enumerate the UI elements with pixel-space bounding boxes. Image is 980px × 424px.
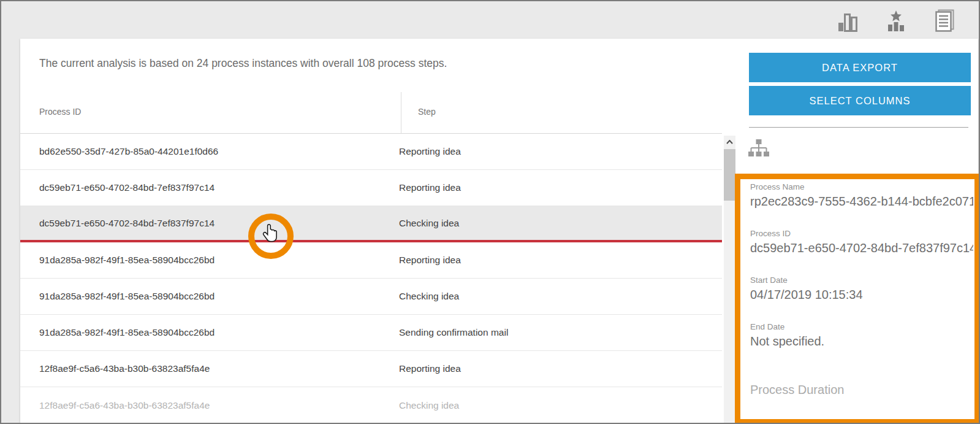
start-date-value: 04/17/2019 10:15:34 (750, 288, 973, 302)
detail-process-name: Process Name rp2ec283c9-7555-4362-b144-b… (750, 182, 973, 209)
table-row[interactable]: 12f8ae9f-c5a6-43ba-b30b-63823af5fa4e Che… (20, 387, 722, 423)
process-steps-table: bd62e550-35d7-427b-85a0-44201e1f0d66 Rep… (20, 134, 722, 424)
toolbar (835, 7, 957, 34)
step-cell: Checking idea (380, 291, 459, 302)
app-window: The current analysis is based on 24 proc… (0, 0, 980, 424)
process-id-cell: 12f8ae9f-c5a6-43ba-b30b-63823af5fa4e (20, 363, 380, 374)
process-id-label: Process ID (750, 229, 973, 238)
table-header: Process ID Step (20, 92, 722, 134)
detail-end-date: End Date Not specified. (750, 322, 973, 349)
end-date-label: End Date (750, 322, 973, 331)
end-date-value: Not specified. (750, 334, 973, 349)
column-header-process-id[interactable]: Process ID (39, 107, 81, 117)
step-cell: Reporting idea (380, 146, 461, 157)
table-row[interactable]: 12f8ae9f-c5a6-43ba-b30b-63823af5fa4e Rep… (20, 351, 722, 387)
step-cell: Checking idea (380, 218, 459, 229)
process-id-cell: dc59eb71-e650-4702-84bd-7ef837f97c14 (20, 182, 380, 193)
step-cell: Sending confirmation mail (380, 327, 508, 338)
table-scrollbar[interactable] (724, 136, 735, 424)
table-row[interactable]: 91da285a-982f-49f1-85ea-58904bcc26bd Rep… (20, 242, 722, 279)
scroll-up-button[interactable] (724, 136, 735, 148)
ranking-star-icon[interactable] (883, 8, 909, 34)
process-name-label: Process Name (750, 182, 973, 191)
analysis-summary-text: The current analysis is based on 24 proc… (39, 57, 591, 70)
hierarchy-view-button[interactable] (748, 138, 769, 160)
table-row[interactable]: bd62e550-35d7-427b-85a0-44201e1f0d66 Rep… (20, 134, 722, 170)
chart-columns-icon[interactable] (835, 8, 860, 34)
data-export-button[interactable]: DATA EXPORT (749, 53, 971, 82)
panel-divider (749, 127, 968, 128)
process-id-cell: 91da285a-982f-49f1-85ea-58904bcc26bd (20, 255, 380, 266)
column-header-step[interactable]: Step (418, 107, 436, 117)
process-id-cell: bd62e550-35d7-427b-85a0-44201e1f0d66 (20, 146, 380, 157)
detail-process-id: Process ID dc59eb71-e650-4702-84bd-7ef83… (750, 229, 973, 255)
report-pages-icon[interactable] (932, 8, 957, 34)
start-date-label: Start Date (750, 276, 973, 285)
table-row-selected[interactable]: dc59eb71-e650-4702-84bd-7ef837f97c14 Che… (20, 206, 722, 242)
select-columns-button[interactable]: SELECT COLUMNS (749, 86, 971, 115)
step-cell: Checking idea (380, 400, 459, 411)
step-cell: Reporting idea (380, 363, 461, 374)
process-name-value: rp2ec283c9-7555-4362-b144-bcbfe2c071 (750, 195, 973, 209)
detail-start-date: Start Date 04/17/2019 10:15:34 (750, 276, 973, 302)
process-id-value: dc59eb71-e650-4702-84bd-7ef837f97c14 (750, 241, 973, 255)
process-id-cell: 91da285a-982f-49f1-85ea-58904bcc26bd (20, 327, 380, 338)
table-row[interactable]: 91da285a-982f-49f1-85ea-58904bcc26bd Che… (20, 279, 722, 315)
scrollbar-thumb[interactable] (724, 149, 735, 201)
table-row[interactable]: dc59eb71-e650-4702-84bd-7ef837f97c14 Rep… (20, 170, 722, 206)
process-id-cell: 12f8ae9f-c5a6-43ba-b30b-63823af5fa4e (20, 400, 380, 411)
chevron-up-icon (726, 140, 733, 144)
process-duration-label: Process Duration (750, 383, 973, 397)
process-id-cell: 91da285a-982f-49f1-85ea-58904bcc26bd (20, 291, 380, 302)
step-cell: Reporting idea (380, 255, 461, 266)
table-row[interactable]: 91da285a-982f-49f1-85ea-58904bcc26bd Sen… (20, 315, 722, 351)
detail-process-duration: Process Duration (750, 383, 973, 397)
step-cell: Reporting idea (380, 182, 461, 193)
column-divider (401, 92, 401, 133)
hierarchy-icon (748, 138, 769, 160)
process-id-cell: dc59eb71-e650-4702-84bd-7ef837f97c14 (20, 218, 380, 229)
